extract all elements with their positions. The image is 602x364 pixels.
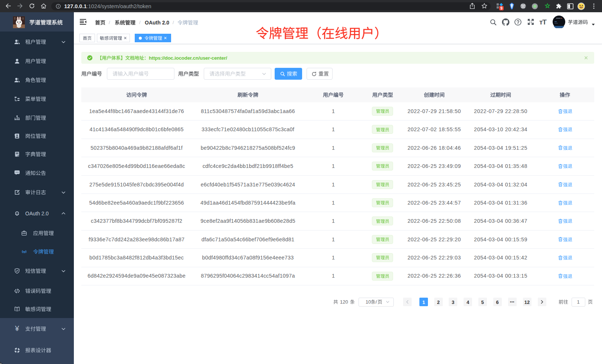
svg-text:9: 9	[500, 6, 503, 10]
